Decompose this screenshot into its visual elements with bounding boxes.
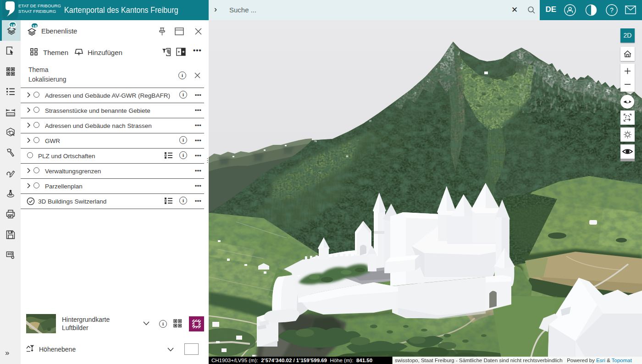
svg-text:?: ? xyxy=(610,6,614,14)
